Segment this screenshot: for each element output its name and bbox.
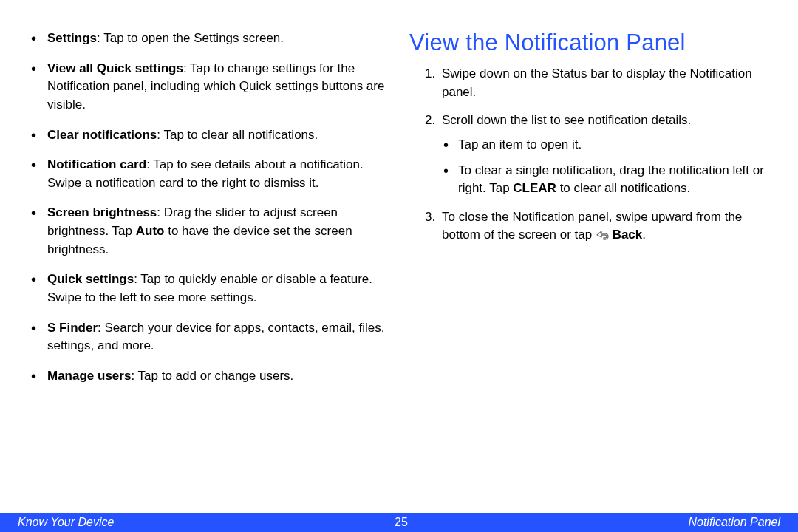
item-term: Settings <box>47 31 97 45</box>
step-inline-bold: Back <box>613 228 643 242</box>
item-term: Clear notifications <box>47 128 157 142</box>
sub-item: Tap an item to open it. <box>442 136 771 154</box>
item-term: View all Quick settings <box>47 61 183 75</box>
item-desc: : Tap to add or change users. <box>131 369 293 383</box>
list-item: Quick settings: Tap to quickly enable or… <box>27 270 389 307</box>
item-term: Manage users <box>47 369 131 383</box>
list-item: Settings: Tap to open the Settings scree… <box>27 30 389 48</box>
item-term: Quick settings <box>47 272 134 286</box>
item-term: S Finder <box>47 321 98 335</box>
step-item: Swipe down on the Status bar to display … <box>439 65 771 101</box>
item-desc: : Tap to clear all notifications. <box>157 128 318 142</box>
steps-list: Swipe down on the Status bar to display … <box>409 65 771 247</box>
list-item: Manage users: Tap to add or change users… <box>27 367 389 386</box>
step-text: Swipe down on the Status bar to display … <box>442 66 752 99</box>
list-item: S Finder: Search your device for apps, c… <box>27 319 389 355</box>
item-term: Notification card <box>47 157 146 171</box>
section-heading: View the Notification Panel <box>409 30 771 56</box>
step-item: Scroll down the list to see notification… <box>439 112 771 198</box>
item-inline-bold: Auto <box>136 224 165 238</box>
list-item: Clear notifications: Tap to clear all no… <box>27 126 389 145</box>
item-desc: : Search your device for apps, contacts,… <box>47 321 384 353</box>
step-text: . <box>642 228 646 242</box>
list-item: View all Quick settings: Tap to change s… <box>27 60 389 115</box>
list-item: Screen brightness: Drag the slider to ad… <box>27 204 389 259</box>
step-text: Scroll down the list to see notification… <box>442 113 691 127</box>
right-column: View the Notification Panel Swipe down o… <box>409 30 771 398</box>
list-item: Notification card: Tap to see details ab… <box>27 156 389 192</box>
step-item: To close the Notification panel, swipe u… <box>439 208 771 247</box>
back-icon <box>596 228 609 247</box>
left-column: Settings: Tap to open the Settings scree… <box>27 30 389 398</box>
page-number: 25 <box>395 516 408 529</box>
item-term: Screen brightness <box>47 205 157 219</box>
sub-list: Tap an item to open it. To clear a singl… <box>442 136 771 198</box>
sub-text: to clear all notifications. <box>556 181 690 195</box>
sub-inline-bold: CLEAR <box>513 181 556 195</box>
sub-text: Tap an item to open it. <box>458 137 582 151</box>
step-text: To close the Notification panel, swipe u… <box>442 210 742 242</box>
item-desc: : Tap to open the Settings screen. <box>97 31 284 45</box>
footer-right: Notification Panel <box>688 516 780 529</box>
sub-item: To clear a single notification, drag the… <box>442 162 771 198</box>
page-footer: Know Your Device 25 Notification Panel <box>0 513 798 532</box>
footer-left: Know Your Device <box>18 516 114 529</box>
feature-list: Settings: Tap to open the Settings scree… <box>27 30 389 386</box>
